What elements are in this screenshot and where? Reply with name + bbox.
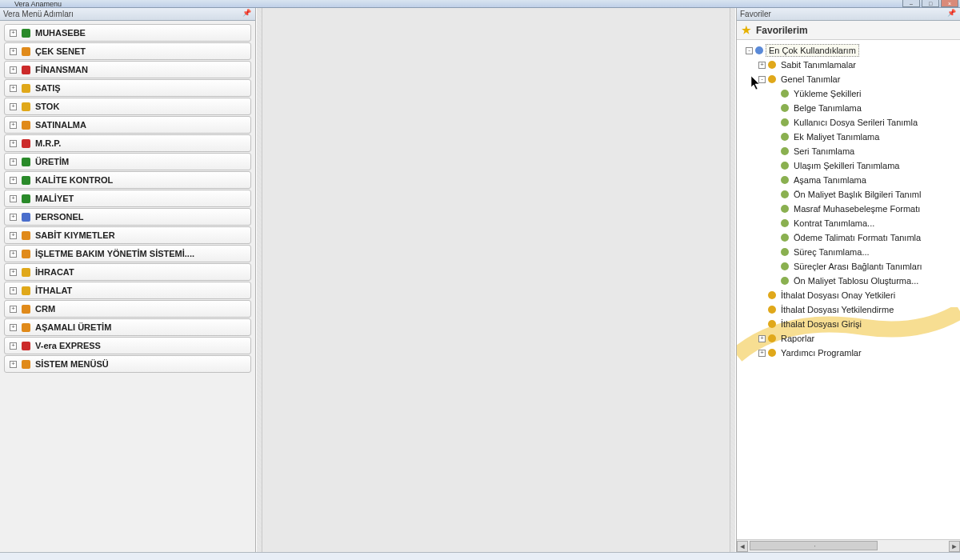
collapse-icon[interactable]: - <box>746 47 753 54</box>
expand-icon[interactable]: + <box>10 195 17 202</box>
menu-item[interactable]: +MALİYET <box>4 190 251 207</box>
menu-item[interactable]: +SATINALMA <box>4 116 251 134</box>
expand-icon[interactable]: + <box>10 103 17 110</box>
menu-item-label: V-era EXPRESS <box>35 341 101 350</box>
window-close-button[interactable]: × <box>941 0 958 7</box>
menu-item[interactable]: +ÇEK SENET <box>4 42 251 60</box>
tree-node[interactable]: Ulaşım Şekilleri Tanımlama <box>738 158 958 173</box>
menu-item[interactable]: +STOK <box>4 98 251 115</box>
tree-spacer <box>758 321 766 328</box>
expand-icon[interactable]: + <box>10 85 17 92</box>
tree-spacer <box>771 234 778 242</box>
expand-icon[interactable]: + <box>10 342 17 350</box>
expand-icon[interactable]: + <box>10 158 17 166</box>
expand-icon[interactable]: + <box>10 287 17 294</box>
expand-icon[interactable]: + <box>758 62 766 69</box>
menu-item[interactable]: +İTHALAT <box>4 282 251 299</box>
tree-node[interactable]: Seri Tanımlama <box>738 144 958 158</box>
tree-spacer <box>771 148 778 155</box>
tree-node[interactable]: -En Çok Kullandıklarım <box>738 43 958 58</box>
scroll-right-button[interactable]: ► <box>949 541 960 552</box>
tree-node-label: İthalat Dosyası Onay Yetkileri <box>778 290 898 301</box>
expand-icon[interactable]: + <box>10 269 17 276</box>
tree-node[interactable]: -Genel Tanımlar <box>738 72 958 86</box>
menu-item-label: İTHALAT <box>35 286 72 295</box>
expand-icon[interactable]: + <box>10 140 17 147</box>
menu-item[interactable]: +İHRACAT <box>4 263 251 281</box>
expand-icon[interactable]: + <box>758 335 766 342</box>
window-minimize-button[interactable]: – <box>902 0 920 7</box>
expand-icon[interactable]: + <box>10 66 17 74</box>
favorites-panel-title: Favoriler <box>740 10 771 18</box>
expand-icon[interactable]: + <box>10 177 17 184</box>
content-area <box>262 8 730 552</box>
tree-node-label: Genel Tanımlar <box>778 74 842 85</box>
tree-node[interactable]: Aşama Tanımlama <box>738 173 958 187</box>
node-icon <box>768 306 776 314</box>
tree-node[interactable]: Kullanıcı Dosya Serileri Tanımla <box>738 115 958 130</box>
tree-node[interactable]: +Sabit Tanımlamalar <box>738 58 958 72</box>
menu-item[interactable]: +FİNANSMAN <box>4 61 251 78</box>
expand-icon[interactable]: + <box>10 250 17 258</box>
menu-item-label: FİNANSMAN <box>35 65 88 74</box>
window-maximize-button[interactable]: □ <box>922 0 939 7</box>
menu-item[interactable]: +MUHASEBE <box>4 24 251 42</box>
expand-icon[interactable]: + <box>10 122 17 129</box>
pin-icon[interactable]: 📌 <box>242 9 252 18</box>
tree-node-label: Süreçler Arası Bağlantı Tanımları <box>791 261 925 272</box>
menu-item[interactable]: +SİSTEM MENÜSÜ <box>4 355 251 373</box>
menu-item[interactable]: +PERSONEL <box>4 208 251 226</box>
tree-node[interactable]: Ön Maliyet Tablosu Oluşturma... <box>738 274 958 288</box>
menu-item[interactable]: +CRM <box>4 300 251 318</box>
tree-node[interactable]: Belge Tanımlama <box>738 101 958 115</box>
tree-node[interactable]: Kontrat Tanımlama... <box>738 216 958 230</box>
tree-node[interactable]: Süreçler Arası Bağlantı Tanımları <box>738 259 958 274</box>
tree-node[interactable]: Ödeme Talimatı Formatı Tanımla <box>738 230 958 245</box>
expand-icon[interactable]: + <box>10 324 17 331</box>
node-icon <box>781 147 789 155</box>
horizontal-scrollbar[interactable]: ◄ ► <box>737 539 960 552</box>
expand-icon[interactable]: + <box>10 361 17 368</box>
favorites-root-header[interactable]: ★ Favorilerim <box>737 21 960 40</box>
module-icon <box>22 268 30 277</box>
tree-node[interactable]: İthalat Dosyası Girişi <box>738 317 958 331</box>
node-icon <box>755 46 763 54</box>
tree-node[interactable]: Ön Maliyet Başlık Bilgileri Tanıml <box>738 187 958 202</box>
node-icon <box>768 75 776 83</box>
menu-item[interactable]: +AŞAMALI ÜRETİM <box>4 318 251 336</box>
expand-icon[interactable]: + <box>10 48 17 55</box>
collapse-icon[interactable]: - <box>758 76 766 83</box>
module-icon <box>22 250 30 258</box>
tree-spacer <box>758 306 766 314</box>
tree-node[interactable]: +Yardımcı Programlar <box>738 346 958 360</box>
menu-item[interactable]: +ÜRETİM <box>4 153 251 170</box>
tree-spacer <box>758 292 766 299</box>
module-icon <box>22 213 30 222</box>
tree-node[interactable]: İthalat Dosyası Yetkilendirme <box>738 302 958 317</box>
tree-node-label: Ön Maliyet Tablosu Oluşturma... <box>791 275 921 286</box>
tree-node[interactable]: Yükleme Şekilleri <box>738 86 958 101</box>
expand-icon[interactable]: + <box>10 232 17 239</box>
scroll-left-button[interactable]: ◄ <box>737 541 748 552</box>
expand-icon[interactable]: + <box>10 30 17 37</box>
menu-item[interactable]: +İŞLETME BAKIM YÖNETİM SİSTEMİ.... <box>4 245 251 262</box>
menu-item[interactable]: +V-era EXPRESS <box>4 337 251 354</box>
favorites-tree: -En Çok Kullandıklarım+Sabit Tanımlamala… <box>737 40 960 539</box>
tree-node[interactable]: İthalat Dosyası Onay Yetkileri <box>738 288 958 302</box>
menu-item[interactable]: +M.R.P. <box>4 134 251 152</box>
tree-node-label: Aşama Tanımlama <box>791 174 869 186</box>
scroll-thumb[interactable] <box>750 541 878 550</box>
menu-item[interactable]: +SATIŞ <box>4 79 251 97</box>
expand-icon[interactable]: + <box>10 306 17 313</box>
tree-node[interactable]: +Raporlar <box>738 331 958 346</box>
tree-node[interactable]: Ek Maliyet Tanımlama <box>738 130 958 144</box>
menu-item-label: SİSTEM MENÜSÜ <box>35 359 109 369</box>
pin-icon[interactable]: 📌 <box>947 9 957 18</box>
expand-icon[interactable]: + <box>10 214 17 221</box>
menu-item[interactable]: +KALİTE KONTROL <box>4 171 251 189</box>
menu-item-label: KALİTE KONTROL <box>35 175 113 185</box>
tree-node[interactable]: Masraf Muhasebeleşme Formatı <box>738 202 958 216</box>
menu-item[interactable]: +SABİT KIYMETLER <box>4 226 251 244</box>
tree-node[interactable]: Süreç Tanımlama... <box>738 245 958 259</box>
expand-icon[interactable]: + <box>758 350 766 357</box>
